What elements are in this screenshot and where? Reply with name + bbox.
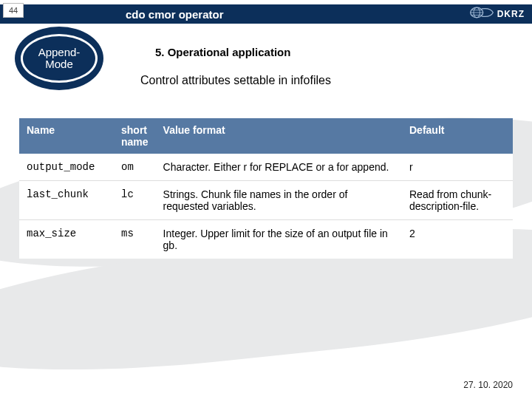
logo-text: DKRZ <box>497 9 525 19</box>
table-row: last_chunk lc Strings. Chunk file names … <box>19 181 513 220</box>
mode-badge: Append-Mode <box>15 27 103 90</box>
section-title: 5. Operational application <box>155 46 290 58</box>
globe-icon <box>469 6 494 22</box>
col-default: Default <box>402 118 513 154</box>
topbar-title: cdo cmor operator <box>126 8 224 21</box>
cell-name: last_chunk <box>19 181 114 220</box>
table-row: max_size ms Integer. Upper limit for the… <box>19 220 513 259</box>
cell-short: ms <box>114 220 156 259</box>
cell-value: Strings. Chunk file names in the order o… <box>156 181 402 220</box>
cell-short: om <box>114 154 156 181</box>
topbar: cdo cmor operator DKRZ <box>0 4 532 24</box>
cell-value: Character. Either r for REPLACE or a for… <box>156 154 402 181</box>
cell-default: 2 <box>402 220 513 259</box>
cell-name: output_mode <box>19 154 114 181</box>
cell-value: Integer. Upper limit for the size of an … <box>156 220 402 259</box>
cell-default: Read from chunk-description-file. <box>402 181 513 220</box>
date: 27. 10. 2020 <box>463 380 513 390</box>
slide: 44 cdo cmor operator DKRZ Append-Mode 5.… <box>0 0 532 399</box>
logo: DKRZ <box>469 6 525 22</box>
badge-text: Append-Mode <box>21 34 98 83</box>
col-short: short name <box>114 118 156 154</box>
attributes-table: Name short name Value format Default out… <box>19 118 513 259</box>
slide-number: 44 <box>3 3 24 18</box>
table-row: output_mode om Character. Either r for R… <box>19 154 513 181</box>
cell-default: r <box>402 154 513 181</box>
table-header-row: Name short name Value format Default <box>19 118 513 154</box>
col-name: Name <box>19 118 114 154</box>
cell-short: lc <box>114 181 156 220</box>
col-value: Value format <box>156 118 402 154</box>
cell-name: max_size <box>19 220 114 259</box>
subtitle: Control attributes settable in infofiles <box>140 74 331 87</box>
